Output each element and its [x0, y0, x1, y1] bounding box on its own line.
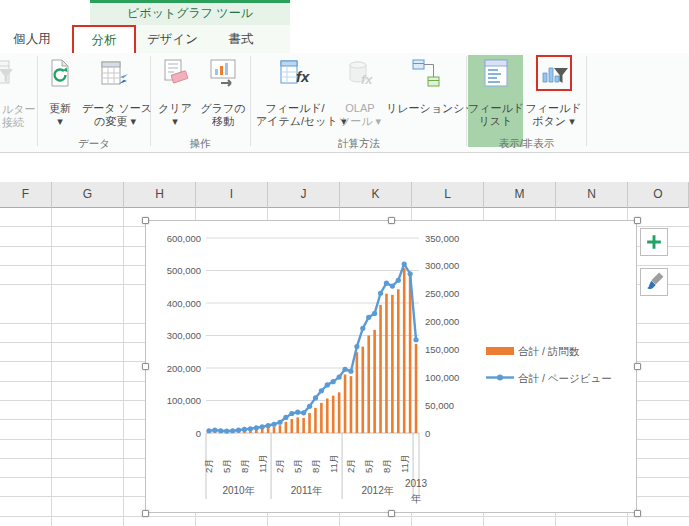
pageviews-point[interactable] — [242, 427, 247, 432]
pageviews-point[interactable] — [212, 427, 217, 432]
refresh-button[interactable]: 更新▾ — [40, 55, 80, 147]
visits-bar[interactable] — [350, 376, 353, 433]
column-header-F[interactable]: F — [0, 182, 52, 208]
pageviews-point[interactable] — [402, 261, 407, 266]
pageviews-point[interactable] — [348, 369, 353, 374]
pageviews-point[interactable] — [277, 420, 282, 425]
chart-selection-handle[interactable] — [142, 510, 149, 517]
visits-bar[interactable] — [320, 403, 323, 433]
pageviews-point[interactable] — [360, 326, 365, 331]
visits-bar[interactable] — [391, 295, 394, 433]
change-data-source-button[interactable]: データ ソースの変更 ▾ — [82, 55, 148, 147]
move-chart-button[interactable]: グラフの移動 — [198, 55, 248, 147]
tab-design[interactable]: デザイン — [145, 26, 200, 53]
chart-selection-handle[interactable] — [388, 217, 395, 224]
pageviews-point[interactable] — [366, 315, 371, 320]
pageviews-point[interactable] — [295, 410, 300, 415]
column-header-I[interactable]: I — [196, 182, 268, 208]
pageviews-point[interactable] — [319, 388, 324, 393]
visits-bar[interactable] — [338, 392, 341, 433]
pageviews-point[interactable] — [236, 427, 241, 432]
pageviews-point[interactable] — [289, 411, 294, 416]
visits-bar[interactable] — [356, 352, 359, 433]
pageviews-point[interactable] — [378, 291, 383, 296]
pageviews-point[interactable] — [342, 367, 347, 372]
chart-selection-handle[interactable] — [388, 510, 395, 517]
chart-selection-handle[interactable] — [634, 363, 641, 370]
pivot-chart[interactable]: 0100,000200,000300,000400,000500,000600,… — [145, 220, 637, 513]
visits-bar[interactable] — [344, 375, 347, 434]
visits-bar[interactable] — [361, 347, 364, 433]
visits-bar[interactable] — [373, 330, 376, 433]
visits-bar[interactable] — [385, 294, 388, 433]
relationships-button[interactable]: リレーションシップ — [386, 55, 466, 147]
pageviews-point[interactable] — [325, 382, 330, 387]
legend-bar-swatch[interactable] — [486, 347, 514, 355]
visits-bar[interactable] — [314, 408, 317, 433]
visits-bar[interactable] — [332, 396, 335, 433]
pageviews-point[interactable] — [218, 428, 223, 433]
column-header-N[interactable]: N — [556, 182, 628, 208]
pageviews-point[interactable] — [248, 426, 253, 431]
column-header-K[interactable]: K — [340, 182, 412, 208]
pageviews-point[interactable] — [372, 311, 377, 316]
tab-format[interactable]: 書式 — [222, 26, 260, 53]
visits-bar[interactable] — [308, 413, 311, 433]
pageviews-point[interactable] — [271, 422, 276, 427]
pageviews-point[interactable] — [307, 404, 312, 409]
pageviews-point[interactable] — [354, 344, 359, 349]
column-header-O[interactable]: O — [628, 182, 689, 208]
tab-analyze[interactable]: 分析 — [73, 26, 135, 53]
pageviews-point[interactable] — [283, 415, 288, 420]
chart-styles-button[interactable] — [640, 268, 668, 296]
visits-bar[interactable] — [379, 305, 382, 433]
chart-selection-handle[interactable] — [142, 217, 149, 224]
visits-bar[interactable] — [290, 419, 293, 433]
column-header-M[interactable]: M — [484, 182, 556, 208]
pageviews-point[interactable] — [224, 428, 229, 433]
pageviews-point[interactable] — [331, 379, 336, 384]
pageviews-line[interactable] — [209, 264, 416, 431]
pageviews-point[interactable] — [206, 428, 211, 433]
chart-selection-handle[interactable] — [634, 510, 641, 517]
visits-bar[interactable] — [403, 268, 406, 433]
field-list-button[interactable]: フィールドリスト — [468, 55, 523, 147]
pageviews-point[interactable] — [260, 424, 265, 429]
pageviews-point[interactable] — [266, 423, 271, 428]
olap-tools-button[interactable]: fxOLAPツール ▾ — [336, 55, 384, 147]
legend-label-visits[interactable]: 合計 / 訪問数 — [518, 345, 580, 357]
pageviews-point[interactable] — [384, 281, 389, 286]
visits-bar[interactable] — [409, 275, 412, 433]
pageviews-point[interactable] — [390, 284, 395, 289]
column-header-G[interactable]: G — [52, 182, 124, 208]
visits-bar[interactable] — [397, 289, 400, 433]
visits-bar[interactable] — [296, 417, 299, 433]
visits-bar[interactable] — [285, 422, 288, 433]
fields-items-sets-button[interactable]: fxフィールド/アイテム/セット ▾ — [256, 55, 334, 147]
pageviews-point[interactable] — [337, 375, 342, 380]
clear-button[interactable]: クリア▾ — [154, 55, 196, 147]
tab-personal[interactable]: 個人用 — [8, 26, 56, 53]
pageviews-point[interactable] — [254, 425, 259, 430]
visits-bar[interactable] — [326, 398, 329, 433]
pageviews-point[interactable] — [413, 337, 418, 342]
chart-selection-handle[interactable] — [142, 363, 149, 370]
pageviews-point[interactable] — [313, 395, 318, 400]
pageviews-point[interactable] — [396, 278, 401, 283]
visits-bar[interactable] — [302, 418, 305, 433]
pageviews-point[interactable] — [408, 271, 413, 276]
legend-label-pageviews[interactable]: 合計 / ページビュー — [518, 372, 612, 384]
field-buttons-button[interactable]: フィールドボタン ▾ — [525, 55, 582, 147]
column-header-H[interactable]: H — [124, 182, 196, 208]
visits-bar[interactable] — [415, 344, 418, 433]
pageviews-point[interactable] — [301, 410, 306, 415]
pageviews-point[interactable] — [230, 428, 235, 433]
visits-bar[interactable] — [367, 336, 370, 434]
visits-bar[interactable] — [273, 427, 276, 433]
column-header-J[interactable]: J — [268, 182, 340, 208]
chart-elements-button[interactable] — [640, 228, 668, 256]
filter-connections-button-partial[interactable]: ィルター接続 — [0, 103, 36, 129]
visits-bar[interactable] — [279, 425, 282, 433]
column-header-L[interactable]: L — [412, 182, 484, 208]
chart-selection-handle[interactable] — [634, 217, 641, 224]
